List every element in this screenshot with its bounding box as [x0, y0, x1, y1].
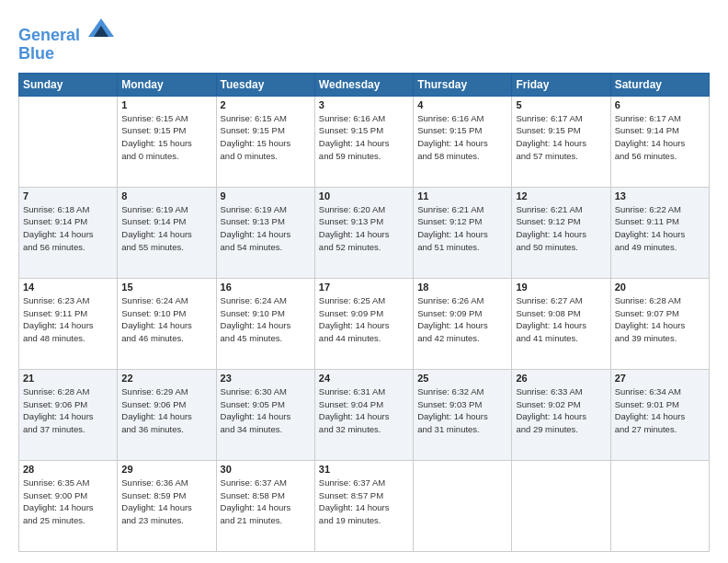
day-number: 29 — [121, 464, 211, 475]
day-info: Sunrise: 6:32 AMSunset: 9:03 PMDaylight:… — [417, 385, 507, 436]
calendar-cell: 23Sunrise: 6:30 AMSunset: 9:05 PMDayligh… — [216, 369, 314, 460]
week-row-3: 14Sunrise: 6:23 AMSunset: 9:11 PMDayligh… — [19, 278, 710, 369]
day-number: 8 — [121, 190, 211, 201]
calendar-cell: 19Sunrise: 6:27 AMSunset: 9:08 PMDayligh… — [512, 278, 610, 369]
day-info: Sunrise: 6:20 AMSunset: 9:13 PMDaylight:… — [319, 203, 409, 254]
calendar-cell: 2Sunrise: 6:15 AMSunset: 9:15 PMDaylight… — [216, 96, 314, 187]
weekday-header-saturday: Saturday — [610, 73, 709, 96]
calendar-cell: 29Sunrise: 6:36 AMSunset: 8:59 PMDayligh… — [118, 460, 216, 551]
calendar-cell: 13Sunrise: 6:22 AMSunset: 9:11 PMDayligh… — [610, 187, 709, 278]
day-number: 23 — [221, 373, 311, 384]
day-info: Sunrise: 6:21 AMSunset: 9:12 PMDaylight:… — [417, 203, 507, 254]
logo: General Blue — [18, 15, 114, 63]
day-number: 4 — [417, 99, 507, 110]
day-info: Sunrise: 6:22 AMSunset: 9:11 PMDaylight:… — [615, 203, 705, 254]
week-row-4: 21Sunrise: 6:28 AMSunset: 9:06 PMDayligh… — [19, 369, 710, 460]
day-number: 15 — [121, 282, 211, 293]
day-number: 1 — [121, 99, 211, 110]
day-number: 2 — [221, 99, 311, 110]
day-number: 10 — [319, 190, 409, 201]
day-info: Sunrise: 6:15 AMSunset: 9:15 PMDaylight:… — [221, 112, 311, 163]
calendar-cell: 27Sunrise: 6:34 AMSunset: 9:01 PMDayligh… — [610, 369, 709, 460]
logo-blue: Blue — [18, 45, 114, 63]
calendar-cell: 24Sunrise: 6:31 AMSunset: 9:04 PMDayligh… — [314, 369, 413, 460]
day-number: 19 — [516, 282, 606, 293]
weekday-header-friday: Friday — [512, 73, 610, 96]
day-number: 5 — [516, 99, 606, 110]
day-info: Sunrise: 6:34 AMSunset: 9:01 PMDaylight:… — [615, 385, 705, 436]
page: General Blue SundayMondayTuesdayWednesda… — [0, 0, 728, 563]
calendar-cell: 26Sunrise: 6:33 AMSunset: 9:02 PMDayligh… — [512, 369, 610, 460]
day-number: 27 — [615, 373, 705, 384]
day-info: Sunrise: 6:35 AMSunset: 9:00 PMDaylight:… — [23, 477, 113, 527]
weekday-header-tuesday: Tuesday — [216, 73, 314, 96]
calendar: SundayMondayTuesdayWednesdayThursdayFrid… — [18, 73, 710, 552]
calendar-cell: 17Sunrise: 6:25 AMSunset: 9:09 PMDayligh… — [314, 278, 413, 369]
day-number: 9 — [221, 190, 311, 201]
calendar-cell: 4Sunrise: 6:16 AMSunset: 9:15 PMDaylight… — [414, 96, 512, 187]
week-row-5: 28Sunrise: 6:35 AMSunset: 9:00 PMDayligh… — [19, 460, 710, 551]
calendar-cell: 8Sunrise: 6:19 AMSunset: 9:14 PMDaylight… — [118, 187, 216, 278]
calendar-cell: 1Sunrise: 6:15 AMSunset: 9:15 PMDaylight… — [118, 96, 216, 187]
weekday-header-monday: Monday — [118, 73, 216, 96]
day-info: Sunrise: 6:23 AMSunset: 9:11 PMDaylight:… — [23, 294, 113, 345]
calendar-cell: 5Sunrise: 6:17 AMSunset: 9:15 PMDaylight… — [512, 96, 610, 187]
day-info: Sunrise: 6:18 AMSunset: 9:14 PMDaylight:… — [23, 203, 113, 254]
day-number: 13 — [615, 190, 705, 201]
calendar-cell: 25Sunrise: 6:32 AMSunset: 9:03 PMDayligh… — [414, 369, 512, 460]
day-info: Sunrise: 6:26 AMSunset: 9:09 PMDaylight:… — [417, 294, 507, 345]
day-info: Sunrise: 6:33 AMSunset: 9:02 PMDaylight:… — [516, 385, 606, 436]
calendar-cell: 22Sunrise: 6:29 AMSunset: 9:06 PMDayligh… — [118, 369, 216, 460]
day-info: Sunrise: 6:16 AMSunset: 9:15 PMDaylight:… — [417, 112, 507, 163]
day-info: Sunrise: 6:16 AMSunset: 9:15 PMDaylight:… — [319, 112, 409, 163]
calendar-cell: 16Sunrise: 6:24 AMSunset: 9:10 PMDayligh… — [216, 278, 314, 369]
day-number: 20 — [615, 282, 705, 293]
day-info: Sunrise: 6:25 AMSunset: 9:09 PMDaylight:… — [319, 294, 409, 345]
calendar-cell: 15Sunrise: 6:24 AMSunset: 9:10 PMDayligh… — [118, 278, 216, 369]
day-number: 17 — [319, 282, 409, 293]
day-info: Sunrise: 6:37 AMSunset: 8:58 PMDaylight:… — [221, 477, 311, 527]
day-number: 3 — [319, 99, 409, 110]
calendar-cell — [610, 460, 709, 551]
day-number: 16 — [221, 282, 311, 293]
day-number: 14 — [23, 282, 113, 293]
week-row-1: 1Sunrise: 6:15 AMSunset: 9:15 PMDaylight… — [19, 96, 710, 187]
day-number: 12 — [516, 190, 606, 201]
calendar-cell: 3Sunrise: 6:16 AMSunset: 9:15 PMDaylight… — [314, 96, 413, 187]
calendar-cell: 11Sunrise: 6:21 AMSunset: 9:12 PMDayligh… — [414, 187, 512, 278]
day-number: 18 — [417, 282, 507, 293]
week-row-2: 7Sunrise: 6:18 AMSunset: 9:14 PMDaylight… — [19, 187, 710, 278]
header: General Blue — [18, 15, 710, 63]
day-number: 24 — [319, 373, 409, 384]
calendar-cell: 31Sunrise: 6:37 AMSunset: 8:57 PMDayligh… — [314, 460, 413, 551]
day-number: 7 — [23, 190, 113, 201]
day-info: Sunrise: 6:30 AMSunset: 9:05 PMDaylight:… — [221, 385, 311, 436]
weekday-header-row: SundayMondayTuesdayWednesdayThursdayFrid… — [19, 73, 710, 96]
calendar-cell: 30Sunrise: 6:37 AMSunset: 8:58 PMDayligh… — [216, 460, 314, 551]
day-info: Sunrise: 6:21 AMSunset: 9:12 PMDaylight:… — [516, 203, 606, 254]
day-info: Sunrise: 6:31 AMSunset: 9:04 PMDaylight:… — [319, 385, 409, 436]
calendar-cell — [19, 96, 118, 187]
calendar-cell: 21Sunrise: 6:28 AMSunset: 9:06 PMDayligh… — [19, 369, 118, 460]
day-info: Sunrise: 6:19 AMSunset: 9:13 PMDaylight:… — [221, 203, 311, 254]
weekday-header-thursday: Thursday — [414, 73, 512, 96]
calendar-cell: 20Sunrise: 6:28 AMSunset: 9:07 PMDayligh… — [610, 278, 709, 369]
day-info: Sunrise: 6:27 AMSunset: 9:08 PMDaylight:… — [516, 294, 606, 345]
calendar-cell: 12Sunrise: 6:21 AMSunset: 9:12 PMDayligh… — [512, 187, 610, 278]
weekday-header-wednesday: Wednesday — [314, 73, 413, 96]
day-info: Sunrise: 6:36 AMSunset: 8:59 PMDaylight:… — [121, 477, 211, 527]
day-info: Sunrise: 6:17 AMSunset: 9:14 PMDaylight:… — [615, 112, 705, 163]
day-info: Sunrise: 6:28 AMSunset: 9:07 PMDaylight:… — [615, 294, 705, 345]
day-number: 28 — [23, 464, 113, 475]
logo-icon — [88, 15, 114, 40]
calendar-cell: 10Sunrise: 6:20 AMSunset: 9:13 PMDayligh… — [314, 187, 413, 278]
calendar-cell: 6Sunrise: 6:17 AMSunset: 9:14 PMDaylight… — [610, 96, 709, 187]
day-number: 6 — [615, 99, 705, 110]
day-info: Sunrise: 6:24 AMSunset: 9:10 PMDaylight:… — [221, 294, 311, 345]
day-info: Sunrise: 6:24 AMSunset: 9:10 PMDaylight:… — [121, 294, 211, 345]
day-info: Sunrise: 6:37 AMSunset: 8:57 PMDaylight:… — [319, 477, 409, 527]
day-number: 31 — [319, 464, 409, 475]
day-number: 25 — [417, 373, 507, 384]
calendar-cell: 28Sunrise: 6:35 AMSunset: 9:00 PMDayligh… — [19, 460, 118, 551]
day-info: Sunrise: 6:15 AMSunset: 9:15 PMDaylight:… — [121, 112, 211, 163]
